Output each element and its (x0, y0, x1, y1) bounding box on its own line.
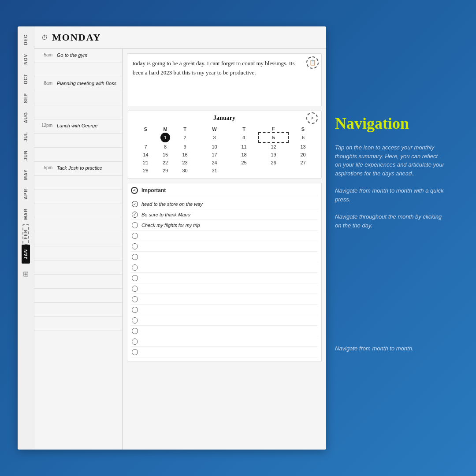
tasks-header: ✓ Important (131, 187, 318, 196)
cal-day[interactable]: 14 (131, 151, 160, 159)
months-sidebar: ⊞ JAN FEB MAR APR MAY JUN JUL AUG SEP OC… (18, 26, 34, 450)
schedule-time: 5pm (34, 164, 54, 170)
cal-day[interactable]: 21 (131, 159, 160, 167)
month-aug[interactable]: AUG (23, 108, 28, 127)
task-row: ✓ Be sure to thank Marry (131, 209, 318, 220)
day-title: MONDAY (52, 32, 101, 43)
schedule-row (34, 289, 122, 303)
cal-day[interactable]: 9 (170, 142, 200, 151)
cal-day[interactable]: 8 (160, 142, 170, 151)
month-dec[interactable]: DEC (23, 30, 28, 49)
cal-day[interactable]: 11 (229, 142, 259, 151)
task-checkbox[interactable] (132, 296, 138, 302)
schedule-event: Planning meeting with Boss (54, 79, 122, 88)
task-row (131, 262, 318, 273)
task-checkbox[interactable]: ✓ (132, 201, 138, 207)
calendar-next-button[interactable]: > (306, 112, 318, 124)
schedule-row: 5pm Tack Josh to practice (34, 162, 122, 176)
cal-day[interactable]: 12 (259, 142, 288, 151)
task-checkbox[interactable] (132, 317, 138, 324)
task-row: ✓ head to the store on the way (131, 199, 318, 209)
month-jul[interactable]: JUL (23, 127, 28, 146)
schedule-row (34, 317, 122, 331)
month-feb[interactable]: FEB (22, 224, 29, 245)
cal-day[interactable]: 20 (288, 151, 318, 159)
cal-day[interactable]: 17 (200, 151, 229, 159)
calendar-grid: S M T W T F S 1 (131, 125, 318, 175)
task-checkbox[interactable] (132, 286, 138, 292)
task-checkbox[interactable] (132, 243, 138, 249)
schedule-row (34, 105, 122, 119)
schedule-row (34, 134, 122, 148)
task-checkbox[interactable] (132, 338, 138, 345)
task-row (131, 283, 318, 294)
schedule-row (34, 275, 122, 289)
cal-day (229, 167, 259, 175)
grid-icon[interactable]: ⊞ (19, 267, 33, 280)
cal-day[interactable]: 25 (229, 159, 259, 167)
cal-day[interactable]: 6 (288, 133, 318, 142)
cal-day[interactable]: 16 (170, 151, 200, 159)
task-checkbox[interactable] (132, 307, 138, 313)
month-apr[interactable]: APR (23, 184, 28, 204)
month-may[interactable]: MAY (23, 165, 28, 184)
cal-day[interactable]: 10 (200, 142, 229, 151)
task-checkbox[interactable] (132, 264, 138, 271)
cal-day[interactable]: 31 (200, 167, 229, 175)
task-checkbox[interactable] (132, 328, 138, 334)
cal-day[interactable]: 3 (200, 133, 229, 142)
cal-day[interactable]: 13 (288, 142, 318, 151)
planner-header: ⏱ MONDAY (34, 26, 326, 49)
cal-day[interactable]: 24 (200, 159, 229, 167)
task-checkbox[interactable]: ✓ (132, 212, 138, 218)
month-nov[interactable]: NOV (23, 49, 28, 69)
journal-icon[interactable]: 📋 (306, 56, 319, 69)
cal-day[interactable]: 15 (160, 151, 170, 159)
task-row (131, 273, 318, 283)
planner-card: ⊞ JAN FEB MAR APR MAY JUN JUL AUG SEP OC… (18, 26, 326, 450)
month-jun[interactable]: JUN (23, 146, 28, 165)
task-checkbox[interactable] (132, 254, 138, 260)
schedule-row (34, 218, 122, 232)
task-text: Check my flights for my trip (141, 223, 200, 228)
month-oct[interactable]: OCT (23, 69, 28, 89)
cal-day[interactable]: 4 (229, 133, 259, 142)
cal-day[interactable]: 22 (160, 159, 170, 167)
cal-day[interactable] (131, 133, 160, 142)
task-row (131, 241, 318, 252)
cal-day[interactable]: 23 (170, 159, 200, 167)
cal-day[interactable]: 7 (131, 142, 160, 151)
cal-day[interactable]: 30 (170, 167, 200, 175)
cal-day-selected[interactable]: 1 (160, 133, 170, 142)
nav-desc-3: Navigate throughout the month by clickin… (335, 212, 445, 230)
schedule-row: 5am Go to the gym (34, 49, 122, 63)
cal-day (288, 167, 318, 175)
cal-day[interactable]: 27 (288, 159, 318, 167)
task-row (131, 294, 318, 305)
clock-icon: ⏱ (41, 34, 48, 41)
schedule-time: 12pm (34, 121, 54, 128)
cal-day[interactable]: 2 (170, 133, 200, 142)
cal-day[interactable]: 29 (160, 167, 170, 175)
schedule-row (34, 303, 122, 317)
task-row (131, 326, 318, 336)
cal-day[interactable]: 19 (259, 151, 288, 159)
cal-day[interactable]: 28 (131, 167, 160, 175)
task-checkbox[interactable] (132, 275, 138, 281)
cal-day[interactable]: 26 (259, 159, 288, 167)
schedule-column: 5am Go to the gym 8am Planning meeting w… (34, 49, 123, 450)
cal-day-today[interactable]: 5 (259, 133, 288, 142)
month-mar[interactable]: MAR (23, 204, 28, 224)
cal-day-header: T (170, 125, 200, 133)
task-checkbox[interactable] (132, 349, 138, 355)
nav-desc-4: Navigate from month to month. (335, 344, 445, 353)
cal-day[interactable]: 18 (229, 151, 259, 159)
month-sep[interactable]: SEP (23, 89, 28, 108)
schedule-event: Lunch with George (54, 121, 122, 130)
task-checkbox[interactable] (132, 233, 138, 239)
journal-section: 📋 today is going to be a great day. I ca… (127, 53, 322, 106)
nav-desc-2: Navigate from month to month with a quic… (335, 186, 445, 204)
month-jan[interactable]: JAN (22, 245, 30, 264)
task-row (131, 336, 318, 347)
task-checkbox[interactable] (132, 222, 138, 228)
